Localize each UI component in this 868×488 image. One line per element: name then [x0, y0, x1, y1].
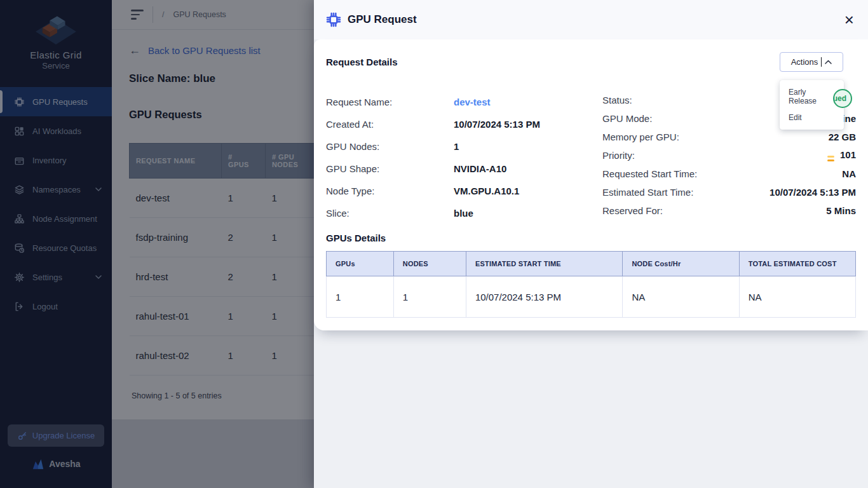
request-fields: Request Name:dev-test Created At:10/07/2… [326, 91, 856, 224]
gpu-chip-icon [326, 12, 341, 27]
field-value: 1 [454, 141, 459, 152]
column-header: NODE Cost/Hr [623, 252, 739, 276]
field-label: Reserved For: [602, 205, 826, 216]
cell-estimated-start-time: 10/07/2024 5:13 PM [466, 276, 623, 318]
field-value: 101 [827, 149, 856, 161]
request-details-title: Request Details [326, 52, 398, 72]
field-label: Created At: [326, 119, 454, 130]
column-header: NODES [393, 252, 466, 276]
field-label: Slice: [326, 208, 454, 219]
column-header: GPUs [327, 252, 394, 276]
field-value: NA [842, 168, 856, 179]
field-label: GPU Nodes: [326, 141, 454, 152]
gpu-request-drawer: GPU Request × Request Details Actions Re… [314, 0, 868, 488]
status-badge-label: Queued [833, 94, 846, 103]
cell-total-estimated-cost: NA [739, 276, 855, 318]
drawer-title: GPU Request [348, 13, 417, 26]
priority-value: 101 [840, 149, 856, 160]
field-value: 10/07/2024 5:13 PM [770, 187, 856, 198]
table-row: 1 1 10/07/2024 5:13 PM NA NA [327, 276, 856, 318]
cell-gpus: 1 [327, 276, 394, 318]
field-label: GPU Shape: [326, 163, 454, 174]
status-badge: Queued [833, 89, 852, 108]
gpus-details-title: GPUs Details [326, 233, 856, 243]
text-cursor [821, 57, 822, 67]
field-label: Request Name: [326, 97, 454, 107]
chevron-up-icon [825, 60, 832, 64]
actions-button[interactable]: Actions [780, 52, 843, 72]
field-label: Priority: [602, 150, 827, 161]
request-name-link[interactable]: dev-test [454, 97, 491, 107]
close-icon[interactable]: × [844, 11, 854, 28]
field-value: VM.GPU.A10.1 [454, 186, 519, 196]
field-label: Estimated Start Time: [602, 187, 770, 198]
column-header: ESTIMATED START TIME [466, 252, 623, 276]
gpus-details-table: GPUs NODES ESTIMATED START TIME NODE Cos… [326, 251, 856, 318]
field-value: 10/07/2024 5:13 PM [454, 119, 540, 130]
menu-item-edit[interactable]: Edit [780, 109, 844, 126]
field-value: 5 Mins [826, 205, 856, 216]
cell-node-cost: NA [623, 276, 739, 318]
column-header: TOTAL ESTIMATED COST [739, 252, 855, 276]
field-label: GPU Mode: [602, 113, 785, 124]
field-label: Requested Start Time: [602, 168, 842, 179]
field-value: 22 GB [829, 132, 856, 142]
actions-dropdown-menu: Early Release Edit [780, 80, 844, 130]
field-label: Memory per GPU: [602, 132, 829, 142]
field-value: blue [454, 208, 473, 219]
actions-button-label: Actions [791, 57, 818, 67]
field-label: Node Type: [326, 186, 454, 196]
field-value: NVIDIA-A10 [454, 163, 506, 174]
priority-medium-icon [827, 156, 834, 161]
cell-nodes: 1 [393, 276, 466, 318]
drawer-header: GPU Request × [314, 0, 868, 39]
